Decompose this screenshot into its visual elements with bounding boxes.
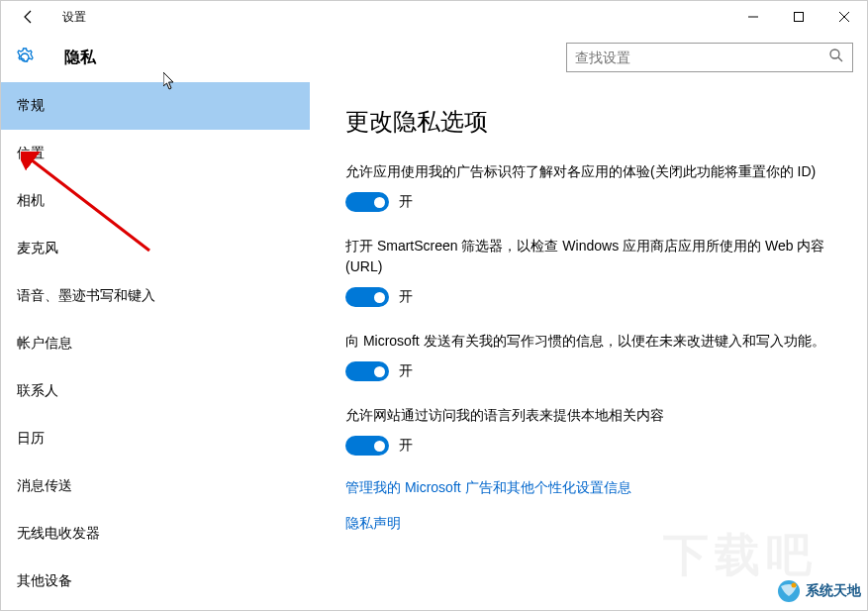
svg-point-9 <box>792 583 797 588</box>
setting-desc: 允许应用使用我的广告标识符了解对各应用的体验(关闭此功能将重置你的 ID) <box>345 161 831 182</box>
search-icon <box>828 48 844 67</box>
close-icon <box>839 12 849 22</box>
link-manage-ads[interactable]: 管理我的 Microsoft 广告和其他个性化设置信息 <box>345 479 831 497</box>
sidebar-item-speech[interactable]: 语音、墨迹书写和键入 <box>1 272 310 320</box>
sidebar-item-camera[interactable]: 相机 <box>1 177 310 225</box>
toggle-label: 开 <box>399 437 413 455</box>
sidebar-item-account[interactable]: 帐户信息 <box>1 320 310 367</box>
watermark-text: 系统天地 <box>806 582 861 600</box>
toggle-row: 开 <box>345 287 831 307</box>
toggle-row: 开 <box>345 436 831 456</box>
link-privacy-statement[interactable]: 隐私声明 <box>345 515 831 533</box>
setting-language-list: 允许网站通过访问我的语言列表来提供本地相关内容 开 <box>345 405 831 456</box>
toggle-row: 开 <box>345 361 831 381</box>
sidebar-item-general[interactable]: 常规 <box>1 82 310 130</box>
minimize-icon <box>748 12 758 22</box>
sidebar-item-label: 日历 <box>17 430 45 448</box>
svg-rect-1 <box>795 13 804 22</box>
setting-smartscreen: 打开 SmartScreen 筛选器，以检查 Windows 应用商店应用所使用… <box>345 236 831 307</box>
minimize-button[interactable] <box>730 1 776 33</box>
sidebar-item-label: 相机 <box>17 192 45 210</box>
watermark-logo: 系统天地 <box>776 578 861 604</box>
sidebar-item-label: 麦克风 <box>17 240 58 257</box>
header: 隐私 <box>1 33 867 82</box>
gear-icon <box>15 48 35 67</box>
body: 常规 位置 相机 麦克风 语音、墨迹书写和键入 帐户信息 联系人 日历 消息传送… <box>1 82 867 610</box>
sidebar-item-label: 语音、墨迹书写和键入 <box>17 287 155 305</box>
toggle-label: 开 <box>399 362 413 380</box>
sidebar-item-location[interactable]: 位置 <box>1 130 310 177</box>
sidebar: 常规 位置 相机 麦克风 语音、墨迹书写和键入 帐户信息 联系人 日历 消息传送… <box>1 82 310 610</box>
toggle-switch[interactable] <box>345 287 389 307</box>
setting-desc: 允许网站通过访问我的语言列表来提供本地相关内容 <box>345 405 831 426</box>
search-input[interactable] <box>575 50 828 65</box>
sidebar-item-messaging[interactable]: 消息传送 <box>1 462 310 510</box>
maximize-icon <box>794 12 804 22</box>
sidebar-item-label: 位置 <box>17 145 45 162</box>
window-title: 设置 <box>62 9 86 26</box>
close-button[interactable] <box>821 1 867 33</box>
sidebar-item-label: 联系人 <box>17 382 58 400</box>
search-box[interactable] <box>566 43 853 72</box>
content-title: 更改隐私选项 <box>345 106 831 138</box>
setting-typing-info: 向 Microsoft 发送有关我的写作习惯的信息，以便在未来改进键入和写入功能… <box>345 331 831 381</box>
globe-icon <box>776 578 802 604</box>
arrow-left-icon <box>21 9 37 25</box>
setting-desc: 向 Microsoft 发送有关我的写作习惯的信息，以便在未来改进键入和写入功能… <box>345 331 831 352</box>
sidebar-item-other-devices[interactable]: 其他设备 <box>1 558 310 605</box>
sidebar-item-label: 其他设备 <box>17 572 72 590</box>
content: 更改隐私选项 允许应用使用我的广告标识符了解对各应用的体验(关闭此功能将重置你的… <box>310 82 867 610</box>
sidebar-item-label: 消息传送 <box>17 477 72 495</box>
sidebar-item-radio[interactable]: 无线电收发器 <box>1 510 310 558</box>
toggle-label: 开 <box>399 288 413 306</box>
back-button[interactable] <box>13 1 45 33</box>
toggle-switch[interactable] <box>345 361 389 381</box>
page-title: 隐私 <box>64 48 96 68</box>
sidebar-item-calendar[interactable]: 日历 <box>1 415 310 462</box>
sidebar-item-label: 无线电收发器 <box>17 525 100 543</box>
maximize-button[interactable] <box>776 1 821 33</box>
svg-line-5 <box>838 57 842 61</box>
sidebar-item-label: 常规 <box>17 97 45 115</box>
toggle-row: 开 <box>345 192 831 212</box>
sidebar-item-label: 帐户信息 <box>17 335 72 353</box>
window-controls <box>730 1 867 33</box>
sidebar-item-contacts[interactable]: 联系人 <box>1 367 310 415</box>
toggle-switch[interactable] <box>345 436 389 456</box>
svg-point-4 <box>830 50 839 58</box>
sidebar-item-microphone[interactable]: 麦克风 <box>1 225 310 272</box>
toggle-label: 开 <box>399 193 413 211</box>
setting-desc: 打开 SmartScreen 筛选器，以检查 Windows 应用商店应用所使用… <box>345 236 831 277</box>
titlebar: 设置 <box>1 1 867 33</box>
setting-advertising-id: 允许应用使用我的广告标识符了解对各应用的体验(关闭此功能将重置你的 ID) 开 <box>345 161 831 212</box>
toggle-switch[interactable] <box>345 192 389 212</box>
